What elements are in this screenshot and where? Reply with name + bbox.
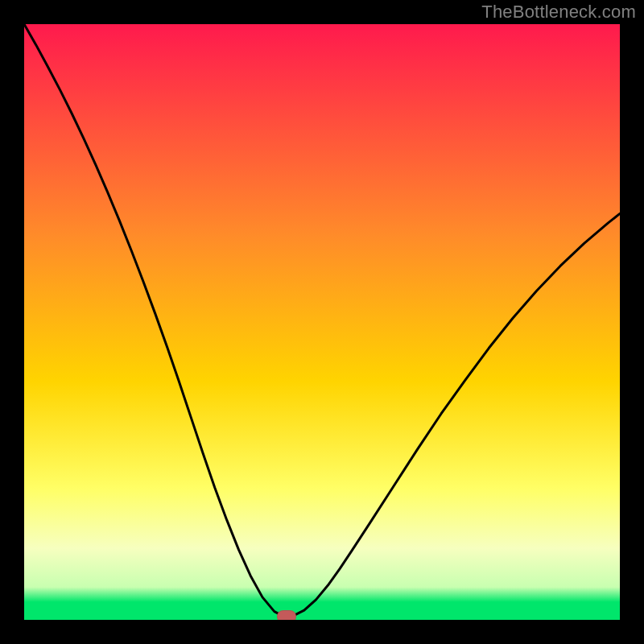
watermark-text: TheBottleneck.com [481, 2, 636, 23]
plot-svg [24, 24, 620, 620]
chart-frame: TheBottleneck.com [0, 0, 644, 644]
min-point-marker [277, 610, 296, 620]
gradient-background [24, 24, 620, 620]
plot-area [24, 24, 620, 620]
